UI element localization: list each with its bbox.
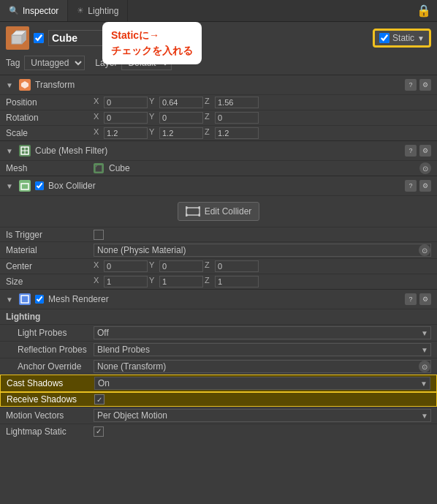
anchor-override-dropdown[interactable]: None (Transform) ⊙ — [94, 360, 431, 373]
cast-shadows-text: On — [95, 377, 418, 389]
light-probes-dropdown[interactable]: Off ▼ — [94, 326, 431, 339]
transform-title: Transform — [35, 80, 75, 90]
size-x-input[interactable] — [104, 276, 148, 287]
tab-inspector-label: Inspector — [23, 6, 58, 16]
receive-shadows-label: Receive Shadows — [7, 394, 94, 405]
pos-z-label: Z — [205, 97, 213, 108]
svg-rect-13 — [21, 296, 28, 303]
center-z-input[interactable] — [215, 260, 259, 272]
transform-section-header[interactable]: ▼ Transform ? ⚙ — [0, 75, 437, 94]
receive-shadows-value — [94, 394, 430, 405]
transform-section-icons: ? ⚙ — [405, 79, 431, 91]
static-checkbox[interactable] — [379, 33, 390, 43]
tab-lighting[interactable]: ☀ Lighting — [68, 0, 128, 21]
boxcollider-settings-btn[interactable]: ⚙ — [419, 180, 431, 192]
rotation-z-input[interactable] — [215, 112, 259, 124]
lock-icon[interactable]: 🔒 — [417, 4, 431, 18]
boxcollider-title: Box Collider — [48, 181, 96, 191]
cast-shadows-dropdown[interactable]: On ▼ — [94, 377, 430, 390]
transform-settings-btn[interactable]: ⚙ — [419, 79, 431, 91]
center-y-input[interactable] — [159, 260, 203, 272]
tag-select[interactable]: Untagged — [24, 56, 85, 70]
lightmap-static-value — [94, 426, 431, 437]
pos-y-label: Y — [149, 97, 158, 108]
collider-material-text: None (Physic Material) — [94, 244, 419, 256]
reflection-probes-row: Reflection Probes Blend Probes ▼ — [0, 341, 437, 358]
boxcollider-enabled-checkbox[interactable] — [35, 181, 44, 190]
static-button[interactable]: Static ▼ — [373, 29, 431, 48]
mesh-value: ⬛ Cube ⊙ — [94, 162, 431, 174]
center-value: X Y Z — [94, 260, 431, 272]
cast-shadows-arrow: ▼ — [418, 380, 430, 388]
motion-vectors-text: Per Object Motion — [94, 410, 419, 421]
center-z-label: Z — [205, 260, 213, 272]
motion-vectors-dropdown[interactable]: Per Object Motion ▼ — [94, 409, 431, 422]
boxcollider-icon — [19, 180, 31, 192]
center-row: Center X Y Z — [0, 258, 437, 274]
scale-y-label: Y — [149, 127, 158, 139]
scale-z-input[interactable] — [215, 127, 259, 139]
meshrenderer-help-btn[interactable]: ? — [405, 293, 417, 305]
size-y-input[interactable] — [159, 276, 203, 287]
size-y-label: Y — [149, 276, 158, 287]
reflection-probes-text: Blend Probes — [94, 344, 419, 356]
size-row: Size X Y Z — [0, 274, 437, 289]
meshfilter-settings-btn[interactable]: ⚙ — [419, 145, 431, 157]
cast-shadows-label: Cast Shadows — [7, 378, 94, 388]
anchor-override-label: Anchor Override — [6, 361, 94, 372]
meshfilter-help-btn[interactable]: ? — [405, 145, 417, 157]
edit-collider-button[interactable]: Edit Collider — [178, 202, 260, 221]
svg-point-12 — [198, 214, 200, 217]
static-dropdown-arrow[interactable]: ▼ — [417, 34, 425, 42]
mesh-value-text: Cube — [109, 163, 130, 173]
light-probes-value: Off ▼ — [94, 326, 431, 339]
annotation-line1: Staticに→ — [111, 28, 193, 43]
reflection-probes-value: Blend Probes ▼ — [94, 343, 431, 356]
meshrenderer-section-header[interactable]: ▼ Mesh Renderer ? ⚙ — [0, 289, 437, 309]
reflection-probes-arrow: ▼ — [419, 346, 430, 354]
transform-help-btn[interactable]: ? — [405, 79, 417, 91]
scale-y-input[interactable] — [159, 127, 203, 139]
position-row: Position X Y Z — [0, 94, 437, 110]
size-label: Size — [6, 277, 94, 287]
inspector-panel: 🔍 Inspector ☀ Lighting 🔒 Static ▼ — [0, 0, 437, 438]
position-z-input[interactable] — [215, 97, 259, 108]
scale-x-input[interactable] — [104, 127, 148, 139]
position-x-input[interactable] — [104, 97, 148, 108]
cast-shadows-value: On ▼ — [94, 377, 430, 390]
boxcollider-help-btn[interactable]: ? — [405, 180, 417, 192]
rotation-y-input[interactable] — [159, 112, 203, 124]
size-z-input[interactable] — [215, 276, 259, 287]
tab-inspector[interactable]: 🔍 Inspector — [0, 0, 68, 21]
anchor-override-select-btn[interactable]: ⊙ — [419, 361, 430, 372]
svg-point-11 — [186, 214, 188, 217]
rotation-x-input[interactable] — [104, 112, 148, 124]
lighting-subheader-label: Lighting — [6, 312, 40, 322]
position-y-input[interactable] — [159, 97, 203, 108]
scale-z-label: Z — [205, 127, 213, 139]
meshrenderer-enabled-checkbox[interactable] — [35, 295, 44, 304]
lightmap-static-label: Lightmap Static — [6, 426, 94, 437]
boxcollider-section-header[interactable]: ▼ Box Collider ? ⚙ — [0, 176, 437, 195]
reflection-probes-dropdown[interactable]: Blend Probes ▼ — [94, 343, 431, 356]
meshfilter-section-header[interactable]: ▼ Cube (Mesh Filter) ? ⚙ — [0, 140, 437, 160]
object-enabled-checkbox[interactable] — [34, 33, 44, 43]
tab-lighting-label: Lighting — [88, 6, 118, 16]
collider-material-row: Material None (Physic Material) ⊙ — [0, 241, 437, 258]
lightmap-static-checkbox[interactable] — [94, 426, 104, 437]
collider-material-select-btn[interactable]: ⊙ — [419, 244, 430, 256]
size-z-label: Z — [205, 276, 213, 287]
meshfilter-title: Cube (Mesh Filter) — [35, 146, 107, 156]
svg-rect-8 — [186, 208, 200, 215]
meshrenderer-settings-btn[interactable]: ⚙ — [419, 293, 431, 305]
edit-collider-icon — [186, 206, 200, 217]
center-x-input[interactable] — [104, 260, 148, 272]
is-trigger-row: Is Trigger — [0, 227, 437, 241]
anchor-override-text: None (Transform) — [94, 361, 419, 372]
collider-material-dropdown[interactable]: None (Physic Material) ⊙ — [94, 244, 431, 257]
receive-shadows-checkbox[interactable] — [94, 394, 104, 405]
scale-xyz: X Y Z — [94, 127, 431, 139]
mesh-select-btn[interactable]: ⊙ — [419, 162, 431, 174]
meshrenderer-title: Mesh Renderer — [48, 294, 109, 304]
is-trigger-checkbox[interactable] — [94, 230, 104, 240]
